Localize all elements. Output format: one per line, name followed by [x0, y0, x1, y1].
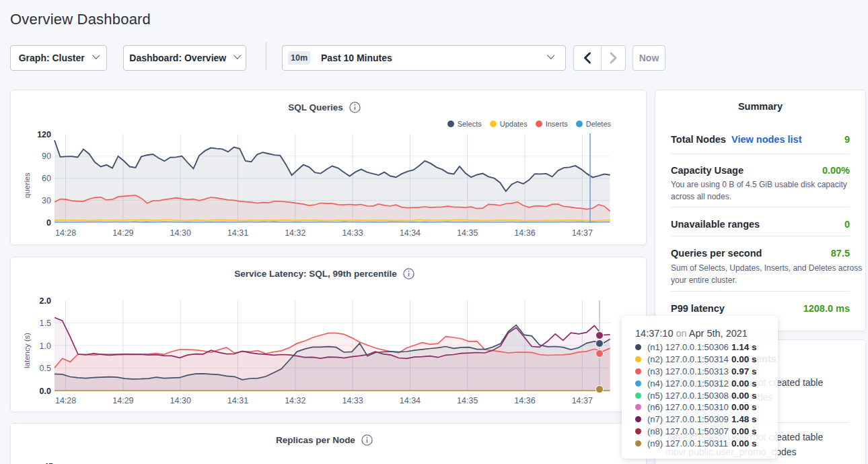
svg-text:14:34: 14:34	[400, 396, 421, 405]
svg-text:2.0: 2.0	[40, 296, 51, 306]
svg-text:14:35: 14:35	[457, 228, 478, 238]
svg-text:14:28: 14:28	[55, 228, 76, 238]
svg-text:14:35: 14:35	[457, 396, 478, 405]
svg-text:14:37: 14:37	[572, 396, 593, 405]
svg-text:1.5: 1.5	[40, 319, 51, 328]
svg-text:14:28: 14:28	[55, 396, 76, 405]
svg-text:14:31: 14:31	[227, 396, 248, 405]
svg-text:14:33: 14:33	[342, 396, 363, 405]
svg-text:0.5: 0.5	[40, 364, 51, 373]
svg-text:120: 120	[37, 130, 51, 139]
svg-text:14:33: 14:33	[342, 228, 363, 238]
svg-text:1.0: 1.0	[40, 341, 51, 351]
svg-text:14:37: 14:37	[572, 228, 593, 238]
svg-text:14:36: 14:36	[514, 396, 535, 405]
svg-text:14:32: 14:32	[285, 396, 305, 405]
svg-text:90: 90	[42, 152, 51, 161]
svg-text:30: 30	[42, 196, 51, 205]
svg-text:14:32: 14:32	[285, 228, 305, 238]
svg-text:14:31: 14:31	[227, 228, 248, 238]
svg-text:14:30: 14:30	[170, 396, 191, 405]
svg-text:14:30: 14:30	[170, 228, 191, 238]
svg-text:14:34: 14:34	[400, 228, 421, 238]
svg-text:14:36: 14:36	[514, 228, 535, 238]
svg-text:14:29: 14:29	[112, 228, 133, 238]
svg-text:60: 60	[42, 174, 51, 183]
svg-text:14:29: 14:29	[112, 396, 133, 405]
svg-text:0.0: 0.0	[40, 387, 51, 396]
svg-text:0: 0	[46, 218, 51, 228]
